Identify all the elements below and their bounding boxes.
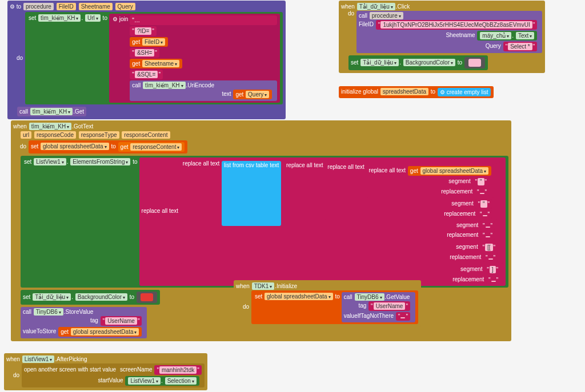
sh-lit[interactable]: &SH=	[135, 49, 154, 56]
list-from-csv[interactable]: list from csv table text	[222, 161, 281, 226]
uriencode-call[interactable]: call tìm_kiếm_KH.UriEncode text get Quer…	[130, 80, 277, 101]
gear-icon: ⚙	[10, 3, 15, 10]
param-url: url	[21, 131, 31, 139]
when-kw: when	[341, 3, 355, 10]
arg-query[interactable]: Query	[115, 3, 135, 10]
query-lbl: Query	[486, 43, 501, 49]
param-resptype: responseType	[79, 131, 119, 139]
param-respcode: responseCode	[34, 131, 76, 139]
call-proc[interactable]: call procedure FileID "1ukjhTQxNPrO2BHiJ…	[356, 11, 542, 53]
to2-kw: to	[103, 15, 107, 21]
do-kw: do	[348, 10, 354, 17]
query-val[interactable]: Select *	[508, 43, 532, 50]
event-lbl: .Click	[396, 3, 410, 10]
set-bgcolor[interactable]: set Tải_dữ_liệu. BackgroundColor to	[348, 55, 488, 70]
open-screen[interactable]: open another screen with start value scr…	[22, 363, 205, 387]
when-click-block[interactable]: when Tải_dữ_liệu.Click do call procedure…	[338, 0, 546, 74]
call-storevalue[interactable]: call TinyDB6.StoreValue tag "UserName" v…	[21, 307, 147, 338]
comp-dd[interactable]: tìm_kiếm_KH	[29, 123, 71, 130]
replace-1[interactable]: replace all text replace all text list f…	[139, 157, 506, 286]
fileid-val[interactable]: 1ukjhTQxNPrO2BHiJx5rHHS4EUecMeQbBZz8asEV…	[380, 21, 532, 29]
fileid-lbl: FileID	[359, 21, 374, 27]
comp-dd[interactable]: tìm_kiếm_KH	[38, 14, 81, 22]
color-swatch-red[interactable]	[141, 293, 153, 301]
get-fileid[interactable]: get FileID	[130, 37, 168, 47]
call-get[interactable]: call tìm_kiếm_KH.Get	[17, 107, 86, 116]
arg-sheetname[interactable]: Sheetname	[79, 3, 113, 10]
get-gsd[interactable]: get global spreadsheetData	[408, 166, 491, 176]
color-swatch-pink[interactable]	[468, 59, 481, 67]
replace-3[interactable]: replace all text replace all text replac…	[284, 161, 500, 241]
gear-icon: ⚙	[113, 16, 118, 22]
proc-name[interactable]: procedure	[23, 3, 54, 10]
prop-dd[interactable]: Url	[85, 14, 101, 22]
set-url[interactable]: set tìm_kiếm_KH. Url to ⚙ join "https://…	[25, 12, 283, 104]
set-bgcolor2[interactable]: set Tải_dữ_liệu. BackgroundColor to	[21, 290, 160, 305]
screen-name[interactable]: manhinh2tdk	[159, 366, 197, 374]
text-lbl: text	[222, 91, 231, 97]
get-sheetname[interactable]: get Sheetname	[130, 59, 182, 68]
set-efs[interactable]: set ListView1. ElementsFromString to rep…	[21, 156, 508, 288]
sheetname-val[interactable]: máy_chủ. Text	[477, 31, 537, 41]
set-gsd[interactable]: set global spreadsheetData to get respon…	[29, 140, 188, 153]
start-value[interactable]: ListView1. Selection	[125, 376, 199, 386]
get-query[interactable]: get Query	[233, 90, 272, 99]
sql-lit[interactable]: &SQL=	[135, 71, 158, 78]
comp-dd[interactable]: ListView1	[22, 355, 55, 363]
arg-fileid[interactable]: FileID	[57, 3, 76, 10]
id-lit[interactable]: ?ID=	[135, 27, 151, 35]
proc-block[interactable]: ⚙ to procedure FileID Sheetname Query do…	[7, 0, 286, 120]
join-kw: join	[119, 16, 129, 22]
url-val[interactable]: https://script.google.com/macros/s/AKfyc…	[135, 17, 276, 24]
sheetname-lbl: Sheetname	[446, 32, 475, 38]
replace-2[interactable]: replace all text list from csv table tex…	[181, 159, 503, 264]
replace-4[interactable]: replace all text replace all text get gl…	[325, 163, 497, 220]
to-kw: to	[17, 3, 21, 10]
join-block[interactable]: ⚙ join "https://script.google.com/macros…	[109, 14, 280, 103]
param-respcontent: responseContent	[122, 131, 170, 139]
call-getvalue[interactable]: call TinyDB6.GetValue tag "UserName" val…	[342, 292, 415, 322]
set-gsd-init[interactable]: set global spreadsheetData to call TinyD…	[251, 290, 418, 324]
set-kw: set	[29, 15, 36, 21]
var-name[interactable]: spreadsheetData	[380, 88, 428, 95]
replace-5[interactable]: replace all text get global spreadsheetD…	[367, 164, 495, 198]
do-kw: do	[17, 55, 23, 61]
create-list[interactable]: ⚙ create empty list	[438, 88, 491, 96]
comp-dd[interactable]: TDK1	[252, 282, 275, 290]
init-var-block[interactable]: initialize global spreadsheetData to ⚙ c…	[338, 86, 494, 99]
get-gsd2[interactable]: get global spreadsheetData	[58, 327, 142, 337]
comp-dd[interactable]: Tải_dữ_liệu	[357, 3, 395, 10]
afterpicking-block[interactable]: when ListView1.AfterPicking do open anot…	[3, 353, 208, 391]
tdk-init-block[interactable]: when TDK1.Initialize do set global sprea…	[233, 280, 422, 328]
tag-val[interactable]: UserName	[105, 317, 137, 325]
